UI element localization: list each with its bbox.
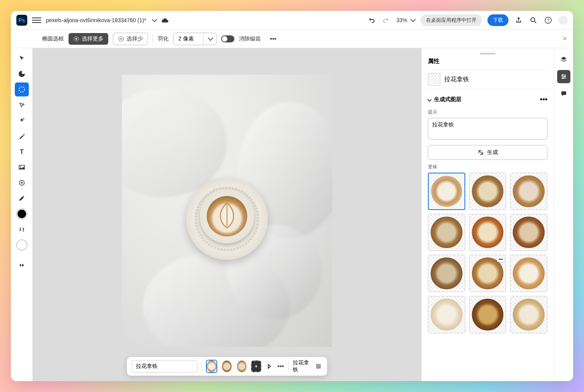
variant-thumb-3[interactable]: [236, 360, 248, 373]
select-more-button[interactable]: 选择更多: [69, 33, 108, 45]
close-icon[interactable]: ×: [563, 35, 567, 43]
svg-point-10: [23, 118, 24, 119]
svg-point-18: [562, 74, 563, 76]
variant-3[interactable]: [510, 173, 547, 210]
add-variant-button[interactable]: [251, 360, 261, 372]
share-icon[interactable]: [514, 16, 523, 25]
variants-grid: •••: [428, 173, 547, 333]
layer-thumbnail: [428, 73, 440, 86]
variant-2[interactable]: [469, 173, 507, 210]
search-icon[interactable]: [529, 16, 538, 25]
svg-point-17: [317, 367, 318, 369]
expand-tools-icon[interactable]: [15, 258, 29, 272]
undo-icon[interactable]: [367, 16, 376, 25]
svg-point-19: [564, 76, 566, 77]
svg-point-3: [559, 16, 568, 25]
image-tool[interactable]: [15, 160, 29, 174]
variant-thumb-1[interactable]: [206, 360, 217, 373]
generative-taskbar: ••• 拉花拿铁: [127, 357, 327, 376]
quick-select-tool[interactable]: [15, 98, 29, 112]
move-tool[interactable]: [15, 51, 29, 65]
download-button[interactable]: 下载: [487, 14, 508, 26]
main-area: T: [11, 48, 573, 381]
variant-10[interactable]: [428, 296, 465, 333]
cloud-icon[interactable]: [161, 18, 169, 23]
svg-point-7: [19, 87, 25, 92]
svg-point-8: [23, 103, 24, 104]
variant-12[interactable]: [510, 296, 547, 333]
options-bar: 椭圆选框 选择更多 选择少 羽化 2 像素 消除锯齿 ••• ×: [11, 30, 573, 48]
adjustments-tab-icon[interactable]: [557, 70, 570, 83]
taskbar-label: 拉花拿铁: [293, 359, 311, 373]
layer-row[interactable]: 拉花拿铁: [428, 70, 547, 89]
divider: [153, 34, 153, 44]
variant-thumb-2[interactable]: [221, 360, 232, 373]
generate-button[interactable]: 生成: [428, 145, 547, 160]
more-options-icon[interactable]: •••: [269, 34, 278, 44]
variants-label: 变体: [428, 164, 547, 170]
document-title[interactable]: pexels-aljona-ovtšinnikova-18334760 (1)*: [46, 17, 146, 23]
transform-tool[interactable]: [15, 67, 29, 81]
generative-tool[interactable]: [15, 114, 29, 128]
chevron-down-icon: [427, 97, 431, 102]
swap-colors-tool[interactable]: [15, 222, 29, 236]
canvas-area[interactable]: ••• 拉花拿铁: [33, 48, 421, 381]
background-color[interactable]: [15, 238, 29, 252]
variant-8[interactable]: •••: [469, 255, 507, 292]
section-more-icon[interactable]: •••: [540, 95, 547, 103]
prompt-label: 提示: [428, 109, 547, 116]
chevron-down-icon[interactable]: [152, 16, 157, 22]
marquee-tool[interactable]: [15, 82, 29, 96]
redo-icon[interactable]: [382, 16, 391, 25]
help-icon[interactable]: ?: [544, 16, 553, 25]
svg-point-16: [319, 366, 320, 367]
zoom-level[interactable]: 33%: [396, 17, 415, 23]
feather-label: 羽化: [158, 35, 169, 42]
properties-panel: 属性 拉花拿铁 生成式图层 ••• 提示 拉花拿铁 生成 变体 •••: [421, 48, 554, 381]
prompt-input-taskbar[interactable]: [132, 360, 198, 373]
foreground-color[interactable]: [15, 207, 29, 221]
svg-text:?: ?: [547, 18, 549, 23]
antialias-label: 消除锯齿: [239, 35, 261, 42]
app-window: Ps pexels-aljona-ovtšinnikova-18334760 (…: [11, 11, 573, 381]
open-in-desktop-button[interactable]: 在桌面应用程序中打开: [420, 14, 482, 26]
brush-tool[interactable]: [15, 129, 29, 143]
panel-handle[interactable]: [480, 53, 496, 54]
svg-point-9: [24, 104, 25, 105]
text-tool[interactable]: T: [15, 145, 29, 159]
properties-title: 属性: [428, 58, 547, 65]
next-icon[interactable]: [265, 362, 273, 371]
svg-text:T: T: [20, 149, 24, 155]
prompt-textarea[interactable]: 拉花拿铁: [428, 118, 547, 140]
select-less-button[interactable]: 选择少: [113, 33, 148, 45]
comments-tab-icon[interactable]: [557, 87, 570, 100]
variant-1[interactable]: [428, 173, 465, 210]
more-icon[interactable]: •••: [277, 362, 285, 371]
avatar[interactable]: [558, 16, 568, 25]
tools-panel: T: [11, 48, 33, 381]
section-header-generative[interactable]: 生成式图层 •••: [428, 92, 547, 107]
menu-icon[interactable]: [32, 16, 41, 25]
variant-4[interactable]: [428, 214, 465, 251]
chevron-down-icon: [410, 16, 416, 22]
right-rail: [554, 48, 573, 381]
variant-6[interactable]: [510, 214, 547, 251]
chevron-down-icon[interactable]: [204, 33, 216, 45]
feather-input[interactable]: 2 像素: [173, 33, 216, 45]
photoshop-logo[interactable]: Ps: [16, 15, 27, 26]
variant-options-icon[interactable]: •••: [497, 257, 504, 262]
variant-9[interactable]: [510, 255, 547, 292]
variant-5[interactable]: [469, 214, 507, 251]
variant-7[interactable]: [428, 255, 465, 292]
antialias-toggle[interactable]: [221, 35, 234, 42]
layers-tab-icon[interactable]: [557, 53, 570, 66]
eyedropper-tool[interactable]: [15, 191, 29, 205]
layer-name: 拉花拿铁: [444, 75, 469, 84]
canvas-image: [122, 75, 332, 347]
variant-11[interactable]: [469, 296, 507, 333]
svg-point-13: [20, 166, 21, 168]
svg-point-15: [317, 364, 318, 366]
settings-icon[interactable]: [315, 362, 322, 371]
spot-heal-tool[interactable]: [15, 176, 29, 190]
top-bar: Ps pexels-aljona-ovtšinnikova-18334760 (…: [11, 11, 573, 30]
